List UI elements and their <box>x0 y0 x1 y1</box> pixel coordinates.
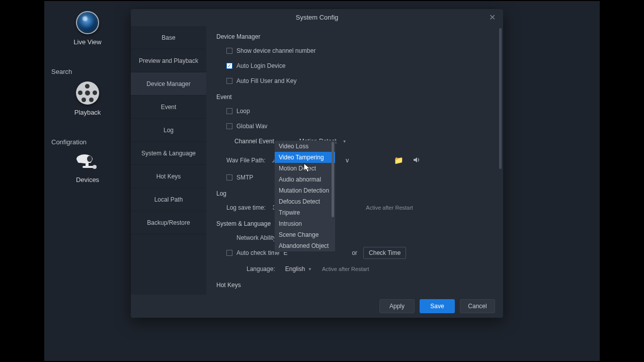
section-log: Log Log save time: 30 Active after Resta… <box>216 190 493 214</box>
checkbox-global-wav[interactable] <box>226 123 232 129</box>
speaker-icon[interactable] <box>413 156 421 165</box>
camera-icon <box>74 152 101 172</box>
apply-button[interactable]: Apply <box>379 299 415 313</box>
save-button[interactable]: Save <box>420 299 455 313</box>
checkbox-label: Global Wav <box>236 123 268 130</box>
sidebar-item-devices[interactable]: Devices <box>44 152 131 184</box>
nav-item-event[interactable]: Event <box>131 96 206 119</box>
section-title: Hot Keys <box>216 282 493 289</box>
close-icon[interactable]: ✕ <box>486 9 498 26</box>
dialog-titlebar: System Config ✕ <box>131 9 503 26</box>
dropdown-option[interactable]: Video Loss <box>275 141 335 152</box>
dialog-nav: BasePreview and PlaybackDevice ManagerEv… <box>131 26 206 295</box>
dialog-footer: Apply Save Cancel <box>131 295 503 318</box>
checkbox-auto-check-time[interactable] <box>226 250 232 256</box>
language-label: Language: <box>247 265 275 273</box>
section-title: Event <box>216 94 493 101</box>
dropdown-option[interactable]: Scene Change <box>275 229 335 240</box>
dropdown-option[interactable]: Motion Detect <box>275 163 335 174</box>
sidebar-item-playback[interactable]: Playback <box>44 81 131 116</box>
section-syslang: System & Language Network Ability: Auto … <box>216 220 493 276</box>
checkbox-auto-fill[interactable] <box>226 78 232 84</box>
checkbox-label: SMTP <box>236 174 253 181</box>
sidebar-item-label: Devices <box>76 176 99 184</box>
nav-item-device-manager[interactable]: Device Manager <box>131 72 206 96</box>
network-ability-label: Network Ability: <box>236 234 278 241</box>
nav-item-preview-and-playback[interactable]: Preview and Playback <box>131 49 206 72</box>
sidebar-item-label: Playback <box>74 109 101 116</box>
checkbox-auto-login[interactable] <box>226 63 232 69</box>
chevron-down-icon: ▼ <box>308 267 312 272</box>
film-reel-icon <box>76 81 99 105</box>
event-type-dropdown-menu[interactable]: Video LossVideo TamperingMotion DetectAu… <box>274 140 336 252</box>
checkbox-label: Show device channel number <box>236 47 315 54</box>
dropdown-option[interactable]: Mutation Detection <box>275 185 335 196</box>
folder-icon[interactable]: 📁 <box>394 156 404 165</box>
nav-item-base[interactable]: Base <box>131 26 206 49</box>
or-label: or <box>352 249 357 256</box>
section-title: Device Manager <box>216 33 493 40</box>
checkbox-loop[interactable] <box>226 108 232 114</box>
checkbox-label: Loop <box>236 108 250 115</box>
section-title: Log <box>216 190 493 197</box>
svg-point-4 <box>93 165 97 169</box>
wav-path-label: Wav File Path: <box>226 157 272 164</box>
sidebar-section-search: Search <box>44 64 131 79</box>
dropdown-option[interactable]: Tripwire <box>275 207 335 218</box>
dropdown-option[interactable]: Defocus Detect <box>275 196 335 207</box>
dropdown-option[interactable]: Intrusion <box>275 218 335 229</box>
checkbox-show-channel[interactable] <box>226 48 232 54</box>
active-after-restart-note: Active after Restart <box>322 266 369 272</box>
section-title: System & Language <box>216 220 493 227</box>
active-after-restart-note: Active after Restart <box>366 205 413 211</box>
dialog-title-text: System Config <box>296 14 339 21</box>
dropdown-option[interactable]: Audio abnormal <box>275 174 335 185</box>
section-hotkeys: Hot Keys <box>216 282 493 289</box>
nav-item-system-language[interactable]: System & Language <box>131 142 206 165</box>
nav-item-hot-keys[interactable]: Hot Keys <box>131 165 206 188</box>
sidebar-item-liveview[interactable]: Live View <box>44 11 131 46</box>
dropdown-option[interactable]: Abandoned Object <box>275 240 335 251</box>
log-save-time-label: Log save time: <box>226 204 273 211</box>
checkbox-label: Auto Fill User and Key <box>236 77 296 84</box>
content-scrollbar[interactable] <box>499 28 502 169</box>
left-sidebar: Live View Search Playback Configration D… <box>44 1 131 361</box>
cancel-button[interactable]: Cancel <box>460 299 495 313</box>
check-time-button[interactable]: Check Time <box>363 247 406 259</box>
system-config-dialog: System Config ✕ BasePreview and Playback… <box>131 9 503 318</box>
section-device-manager: Device Manager Show device channel numbe… <box>216 33 493 87</box>
dialog-content: Device Manager Show device channel numbe… <box>206 26 503 295</box>
dropdown-option[interactable]: Video Tampering <box>275 152 335 163</box>
sidebar-section-config: Configration <box>44 134 131 150</box>
section-event: Event Loop Global Wav Channel Event▼ <box>216 94 493 184</box>
language-dropdown[interactable]: English▼ <box>281 264 316 274</box>
checkbox-label: Auto check time <box>236 249 279 256</box>
svg-point-5 <box>87 156 92 162</box>
nav-item-local-path[interactable]: Local Path <box>131 188 206 211</box>
svg-rect-3 <box>83 166 94 168</box>
dropdown-scrollbar[interactable] <box>332 142 334 217</box>
sidebar-item-label: Live View <box>73 38 101 46</box>
checkbox-smtp[interactable] <box>226 174 232 180</box>
dropdown-label: Channel Event <box>234 138 274 145</box>
chevron-down-icon: ▼ <box>343 139 347 144</box>
dropdown-value: English <box>285 265 305 273</box>
checkbox-label: Auto Login Device <box>236 62 285 69</box>
nav-item-log[interactable]: Log <box>131 119 206 142</box>
wav-path-right: v <box>346 157 349 164</box>
lens-icon <box>76 11 99 34</box>
nav-item-backup-restore[interactable]: Backup/Restore <box>131 211 206 234</box>
